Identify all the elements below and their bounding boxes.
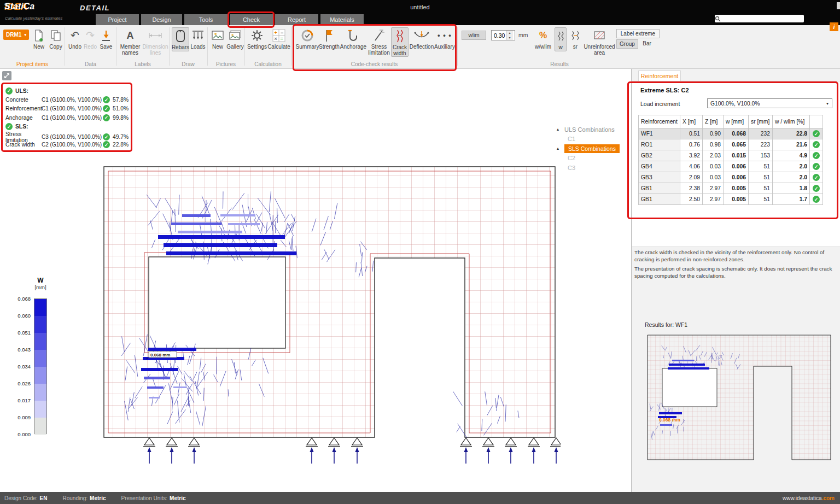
load-increment-label: Load increment — [640, 101, 680, 107]
extreme-combination-label: Extreme SLS: C2 — [640, 87, 689, 93]
design-code: Design Code:EN — [4, 495, 48, 501]
search-input[interactable] — [715, 15, 789, 22]
reinforcement-table-row[interactable]: WF10.510.900.06823222.8✓ — [639, 128, 823, 139]
tab-tools[interactable]: Tools — [184, 14, 228, 25]
wall-opening — [149, 257, 285, 348]
rounding-label: Rounding: — [63, 495, 88, 501]
summary-row-anchorage: Anchorage C1 (G100.0%, V100.0%) ✓ 99.8% — [5, 113, 128, 122]
tree-expand-icon[interactable]: ▴ — [557, 127, 564, 132]
anchorage-button[interactable]: Anchorage — [340, 27, 366, 50]
cell-w: 0.015 — [724, 150, 749, 161]
calculate-button[interactable]: +−×= Calculate — [267, 27, 290, 50]
crack-width-button[interactable]: Crack width — [391, 27, 409, 57]
label-extreme-button[interactable]: Label extreme — [616, 29, 660, 38]
row-value: 51.0% — [113, 106, 130, 112]
reinforcement-table-row[interactable]: GB12.502.970.005511.7✓ — [639, 194, 823, 205]
summary-row-stress-limitation: Stress limitation C3 (G100.0%, V100.0%) … — [5, 131, 128, 140]
ribbon: DRM1▾ New Copy ↶ Undo ↷ Redo Save A Memb… — [0, 25, 840, 69]
stress-limitation-button[interactable]: Stress limitation — [368, 27, 390, 56]
gallery-button[interactable]: Gallery — [226, 27, 244, 50]
copy-button[interactable]: Copy — [48, 27, 64, 50]
structure-drawing[interactable]: 0.068 mm — [101, 164, 561, 470]
sr-result-button[interactable]: sr — [569, 27, 582, 50]
cell-name: WF1 — [639, 128, 680, 139]
spin-up-icon[interactable]: ▴ — [506, 31, 513, 36]
deflection-button[interactable]: Deflection — [410, 27, 434, 50]
undo-button[interactable]: ↶ Undo — [67, 27, 83, 50]
load-increment-value: G100.0%, V100.0% — [708, 101, 823, 107]
wlim-button[interactable]: wlim — [462, 31, 486, 40]
bar-button[interactable]: Bar — [639, 39, 655, 49]
tab-check[interactable]: Check — [230, 14, 273, 25]
tree-item-uls-combinations[interactable]: ▴ ULS Combinations — [557, 125, 628, 134]
row-name: Reinforcement — [5, 106, 42, 112]
wlim-value-spinner[interactable]: ▴ ▾ — [491, 30, 515, 40]
reinforcement-table-row[interactable]: GB12.382.970.005511.8✓ — [639, 183, 823, 194]
expand-icon — [3, 72, 10, 79]
save-button[interactable]: Save — [98, 27, 114, 50]
sr-icon — [570, 27, 580, 44]
tab-reinforcement[interactable]: Reinforcement — [638, 71, 681, 81]
load-increment-dropdown[interactable]: G100.0%, V100.0% ▾ — [707, 98, 832, 108]
ok-icon: ✓ — [103, 114, 110, 121]
spin-down-icon[interactable]: ▾ — [506, 36, 513, 40]
fit-view-button[interactable] — [2, 71, 11, 80]
preview-crack-width-value: 0.068 mm — [659, 417, 680, 423]
main-canvas[interactable]: ✓ ULS: Concrete C1 (G100.0%, V100.0%) ✓ … — [0, 69, 632, 492]
auxiliary-button[interactable]: • • • Auxiliary — [434, 27, 456, 50]
cell-name: GB1 — [639, 183, 680, 194]
col-sr: sr [mm] — [749, 115, 773, 128]
loads-button[interactable]: Loads — [190, 27, 206, 50]
strength-button[interactable]: Strength — [319, 27, 340, 50]
reinforcement-table-row[interactable]: GB32.090.030.006512.0✓ — [639, 172, 823, 183]
close-button[interactable]: × — [837, 2, 840, 9]
app-window: IDEAStatiCa® DETAIL Calculate yesterday'… — [0, 0, 840, 504]
results-preview-drawing[interactable]: 0.068 mm — [646, 332, 832, 464]
website-main: www.ideastatica — [783, 495, 822, 501]
svg-text:×: × — [275, 36, 277, 42]
tree-item-sls-combinations[interactable]: ▴ SLS Combinations — [557, 144, 628, 154]
drm-selector[interactable]: DRM1▾ — [3, 30, 29, 40]
w-result-button[interactable]: w — [555, 27, 567, 51]
new-project-item-button[interactable]: New — [31, 27, 46, 50]
ok-icon: ✓ — [813, 174, 820, 181]
w-icon — [556, 28, 565, 44]
website-link[interactable]: www.ideastatica.com — [783, 495, 835, 501]
row-value: 22.8% — [113, 142, 130, 148]
settings-button[interactable]: Settings — [247, 27, 267, 50]
tab-materials[interactable]: Materials — [320, 14, 364, 25]
new-picture-button[interactable]: New — [210, 27, 225, 50]
tree-item-c1[interactable]: C1 — [557, 134, 628, 144]
summary-button[interactable]: Summary — [296, 27, 319, 50]
member-names-button[interactable]: A Member names — [119, 27, 142, 56]
combinations-tree: ▴ ULS Combinations C1 ▴ SLS Combinations… — [557, 125, 628, 173]
tree-expand-icon[interactable]: ▴ — [557, 146, 564, 151]
row-name: Anchorage — [5, 115, 42, 121]
tab-project[interactable]: Project — [96, 14, 139, 25]
wlim-value-input[interactable] — [492, 31, 506, 40]
search-icon[interactable] — [715, 16, 721, 22]
reinforcement-table-row[interactable]: RO10.760.980.06522321.6✓ — [639, 139, 823, 150]
group-label-project-items: Project items — [0, 61, 65, 68]
reinforcement-table-row[interactable]: GB23.922.030.0151534.9✓ — [639, 150, 823, 161]
redo-button: ↷ Redo — [83, 27, 98, 50]
tab-report[interactable]: Report — [275, 14, 318, 25]
svg-text:=: = — [281, 36, 283, 42]
summary-row-concrete: Concrete C1 (G100.0%, V100.0%) ✓ 57.8% — [5, 95, 128, 104]
member-names-icon: A — [127, 27, 134, 44]
rebars-button[interactable]: Rebars — [172, 27, 189, 51]
chevron-down-icon: ▾ — [823, 101, 832, 106]
reinforcement-table-row[interactable]: GB44.060.030.006512.0✓ — [639, 161, 823, 172]
notes: The crack width is checked in the vicini… — [634, 249, 838, 282]
tree-item-c3[interactable]: C3 — [557, 163, 628, 173]
tab-design[interactable]: Design — [141, 14, 182, 25]
rounding-value: Metric — [90, 495, 106, 501]
document-title: untitled — [0, 4, 840, 10]
cell-z: 2.97 — [703, 183, 724, 194]
spinner-buttons[interactable]: ▴ ▾ — [506, 31, 513, 40]
tree-item-c2[interactable]: C2 — [557, 154, 628, 163]
info-button[interactable]: i — [830, 22, 838, 31]
unreinforced-area-button[interactable]: Unreinforced area — [584, 27, 615, 56]
percent-wwlim-button[interactable]: % w/wlim — [532, 27, 555, 50]
group-button[interactable]: Group — [616, 39, 638, 49]
